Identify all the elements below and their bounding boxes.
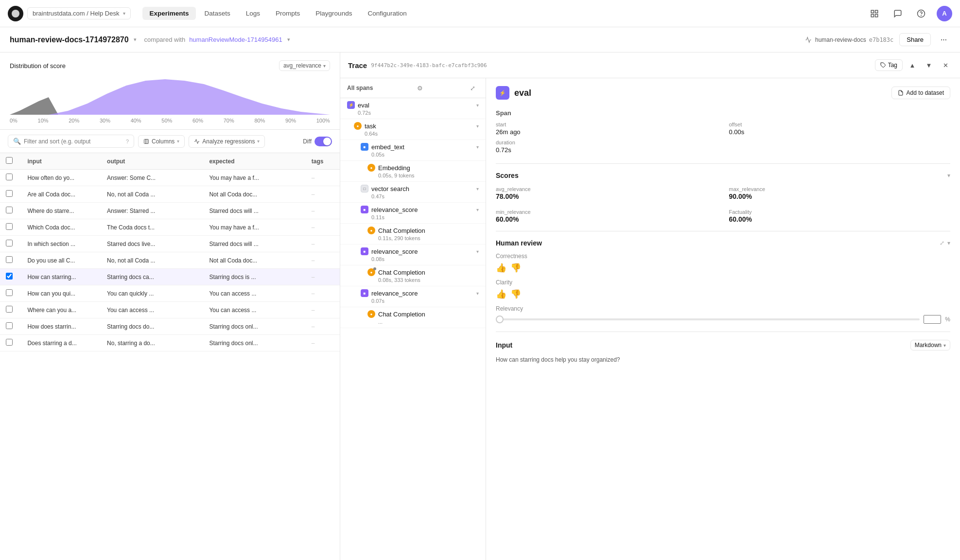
nav-breadcrumb[interactable]: braintrustdata.com / Help Desk ▾: [27, 7, 131, 19]
human-review-chevron-icon[interactable]: ▾: [947, 240, 950, 246]
row-checkbox[interactable]: [6, 289, 13, 296]
nav-link-configuration[interactable]: Configuration: [361, 7, 413, 20]
eval-span-name: eval: [358, 102, 473, 109]
help-icon[interactable]: [913, 6, 929, 21]
spans-expand-icon[interactable]: ⤢: [467, 82, 479, 94]
row-output: Answer: Starred ...: [101, 203, 203, 219]
markdown-select[interactable]: Markdown ▾: [910, 340, 950, 350]
table-row[interactable]: Where can you a... You can access ... Yo…: [0, 302, 340, 318]
row-checkbox[interactable]: [6, 256, 13, 263]
table-row[interactable]: How can you qui... You can quickly ... Y…: [0, 285, 340, 302]
row-checkbox[interactable]: [6, 322, 13, 329]
scores-section: Scores ▾ avg_relevance 78.00% max_releva…: [496, 163, 950, 223]
avg-relevance-label: avg_relevance: [496, 186, 531, 192]
table-row[interactable]: How often do yo... Answer: Some C... You…: [0, 170, 340, 186]
row-checkbox[interactable]: [6, 223, 13, 230]
nav-logo[interactable]: [8, 6, 23, 21]
table-row[interactable]: Does starring a d... No, starring a do..…: [0, 335, 340, 351]
span-item-eval[interactable]: ⚡ eval ▾ 0.72s: [340, 98, 486, 119]
correctness-row: Correctness 👍 👎: [496, 253, 950, 273]
span-item-chat-2[interactable]: ● Chat Completion 0.08s, 333 tokens: [340, 265, 486, 286]
trace-up-icon[interactable]: ▲: [906, 58, 919, 72]
add-to-dataset-button[interactable]: Add to dataset: [891, 87, 950, 99]
row-expected: You may have a f...: [203, 219, 305, 236]
svg-rect-2: [871, 14, 873, 17]
slider-track[interactable]: [496, 318, 920, 320]
human-review-expand-icon[interactable]: ⤢: [940, 240, 944, 246]
row-checkbox[interactable]: [6, 273, 13, 280]
table-row[interactable]: Where do starre... Answer: Starred ... S…: [0, 203, 340, 219]
span-item-relevance-1[interactable]: ■ relevance_score ▾ 0.11s: [340, 203, 486, 224]
avg-relevance-value: 78.00%: [496, 192, 717, 200]
trace-down-icon[interactable]: ▼: [922, 58, 936, 72]
span-item-chat-1[interactable]: ● Chat Completion 0.11s, 290 tokens: [340, 224, 486, 245]
experiment-title: human-review-docs-1714972870: [10, 35, 129, 44]
nav-link-prompts[interactable]: Prompts: [269, 7, 307, 20]
nav-link-playgrounds[interactable]: Playgrounds: [309, 7, 359, 20]
span-item-task[interactable]: ● task ▾ 0.64s: [340, 119, 486, 140]
compared-link[interactable]: humanReviewMode-1714954961: [189, 36, 282, 43]
add-dataset-icon: [898, 90, 904, 96]
title-chevron-icon[interactable]: ▾: [134, 36, 137, 43]
rel2-chevron-icon: ▾: [476, 249, 479, 254]
more-options-icon[interactable]: ⋯: [937, 33, 950, 47]
metric-select[interactable]: avg_relevance ▾: [279, 60, 330, 71]
span-item-relevance-3[interactable]: ■ relevance_score ▾ 0.07s: [340, 286, 486, 307]
compared-chevron-icon[interactable]: ▾: [287, 36, 290, 43]
columns-button[interactable]: Columns ▾: [138, 135, 185, 148]
span-item-vector-search[interactable]: □ vector search ▾ 0.47s: [340, 182, 486, 203]
diff-label: Diff: [303, 138, 312, 145]
row-tags: –: [306, 203, 340, 219]
relevancy-percent-input[interactable]: [924, 315, 941, 324]
row-input: Do you use all C...: [21, 252, 101, 269]
book-icon[interactable]: [867, 6, 882, 21]
user-avatar[interactable]: A: [937, 6, 952, 21]
span-item-embedding[interactable]: ● Embedding 0.05s, 9 tokens: [340, 161, 486, 182]
span-item-embed-text[interactable]: ■ embed_text ▾ 0.05s: [340, 140, 486, 161]
svg-rect-1: [875, 10, 878, 13]
tag-button[interactable]: Tag: [875, 59, 903, 71]
row-checkbox[interactable]: [6, 190, 13, 197]
row-output: The Coda docs t...: [101, 219, 203, 236]
chat1-span-icon: ●: [367, 227, 375, 234]
table-row[interactable]: How can starring... Starring docs ca... …: [0, 269, 340, 285]
span-item-chat-3[interactable]: ● Chat Completion ...: [340, 307, 486, 328]
min-relevance-value: 60.00%: [496, 215, 717, 223]
chat2-span-time: 0.08s, 333 tokens: [367, 277, 479, 283]
row-input: Does starring a d...: [21, 335, 101, 351]
diff-toggle-track[interactable]: [314, 137, 332, 146]
span-item-relevance-2[interactable]: ■ relevance_score ▾ 0.08s: [340, 245, 486, 265]
table-row[interactable]: Do you use all C... No, not all Coda ...…: [0, 252, 340, 269]
chat-icon[interactable]: [890, 6, 906, 21]
analyze-button[interactable]: Analyze regressions ▾: [189, 135, 265, 148]
correctness-thumbs-down[interactable]: 👎: [510, 262, 521, 273]
scores-chevron-icon[interactable]: ▾: [947, 172, 950, 179]
table-row[interactable]: How does starrin... Starring docs do... …: [0, 318, 340, 335]
row-checkbox[interactable]: [6, 240, 13, 246]
slider-thumb[interactable]: [496, 315, 504, 323]
row-checkbox[interactable]: [6, 207, 13, 213]
clarity-thumbs-up[interactable]: 👍: [496, 289, 506, 299]
table-row[interactable]: In which section ... Starred docs live..…: [0, 236, 340, 252]
min-relevance-label: min_relevance: [496, 209, 531, 215]
embedding-span-icon: ●: [367, 164, 375, 172]
row-checkbox[interactable]: [6, 339, 13, 346]
metric-select-chevron-icon: ▾: [323, 63, 326, 69]
nav-link-logs[interactable]: Logs: [239, 7, 267, 20]
human-review-section: Human review ⤢ ▾ Correctness 👍 👎: [496, 231, 950, 324]
row-checkbox[interactable]: [6, 306, 13, 313]
correctness-thumbs-up[interactable]: 👍: [496, 262, 506, 273]
search-help-icon[interactable]: ?: [126, 139, 129, 144]
left-panel: Distribution of score avg_relevance ▾ 0%…: [0, 52, 340, 560]
search-input[interactable]: [24, 138, 123, 145]
nav-link-experiments[interactable]: Experiments: [142, 7, 195, 20]
trace-close-icon[interactable]: ✕: [939, 58, 952, 72]
share-button[interactable]: Share: [899, 33, 931, 46]
clarity-thumbs-down[interactable]: 👎: [510, 289, 521, 299]
select-all-checkbox[interactable]: [6, 157, 13, 164]
table-row[interactable]: Which Coda doc... The Coda docs t... You…: [0, 219, 340, 236]
spans-settings-icon[interactable]: ⚙: [414, 82, 426, 94]
row-checkbox[interactable]: [6, 174, 13, 180]
nav-link-datasets[interactable]: Datasets: [198, 7, 237, 20]
table-row[interactable]: Are all Coda doc... No, not all Coda ...…: [0, 186, 340, 203]
